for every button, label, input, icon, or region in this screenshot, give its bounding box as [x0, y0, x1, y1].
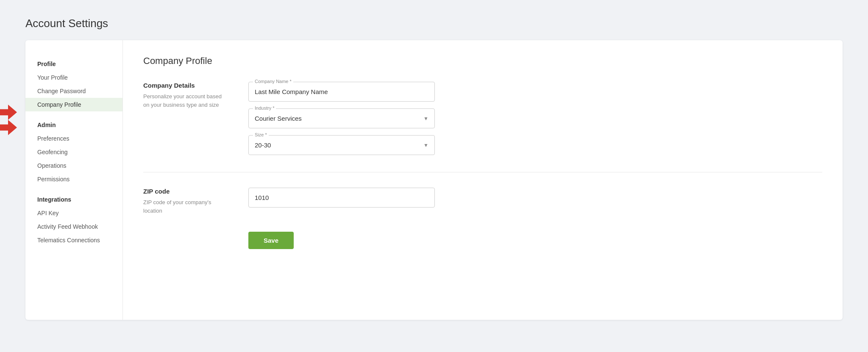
company-name-label: Company Name * [253, 79, 293, 84]
sidebar-item-operations[interactable]: Operations [25, 159, 122, 172]
size-field-group: Size * 1-10 11-20 20-30 30-50 50+ ▼ [248, 135, 435, 155]
industry-select[interactable]: Courier Services Logistics Retail Other [249, 109, 434, 128]
sidebar-item-activity-feed-webhook[interactable]: Activity Feed Webhook [25, 220, 122, 233]
zip-code-section: ZIP code ZIP code of your company's loca… [143, 188, 822, 215]
zip-code-fields [248, 188, 435, 215]
company-details-section: Company Details Personalize your account… [143, 82, 822, 155]
content-area: Company Profile Company Details Personal… [123, 40, 843, 320]
save-button-container: Save [248, 232, 822, 249]
sidebar-item-company-profile[interactable]: Company Profile [25, 98, 122, 111]
main-card: Profile Your Profile Change Password Com… [25, 40, 843, 320]
zip-field-group [248, 188, 435, 208]
industry-label: Industry * [253, 105, 276, 111]
save-button[interactable]: Save [248, 232, 294, 249]
zip-code-label: ZIP code [143, 188, 228, 195]
sidebar-section-admin: Admin [25, 118, 122, 132]
company-details-fields: Company Name * Industry * Courier Servic… [248, 82, 435, 155]
size-label: Size * [253, 132, 269, 137]
sidebar-section-integrations: Integrations [25, 193, 122, 206]
sidebar-section-profile: Profile [25, 57, 122, 71]
page-title: Account Settings [25, 17, 843, 30]
company-details-label: Company Details [143, 82, 228, 89]
section-divider [143, 172, 822, 172]
sidebar-item-your-profile[interactable]: Your Profile [25, 71, 122, 84]
sidebar: Profile Your Profile Change Password Com… [25, 40, 123, 320]
zip-code-desc: ZIP code of your company's location [143, 198, 228, 215]
sidebar-item-api-key[interactable]: API Key [25, 206, 122, 220]
sidebar-item-telematics-connections[interactable]: Telematics Connections [25, 233, 122, 247]
zip-code-label-block: ZIP code ZIP code of your company's loca… [143, 188, 228, 215]
content-title: Company Profile [143, 55, 822, 67]
size-select[interactable]: 1-10 11-20 20-30 30-50 50+ [249, 136, 434, 155]
company-details-desc: Personalize your account based on your b… [143, 92, 228, 109]
company-name-input[interactable] [249, 82, 434, 101]
sidebar-item-geofencing[interactable]: Geofencing [25, 145, 122, 159]
sidebar-item-change-password[interactable]: Change Password [25, 84, 122, 98]
sidebar-item-permissions[interactable]: Permissions [25, 172, 122, 186]
sidebar-item-preferences[interactable]: Preferences [25, 132, 122, 145]
zip-input[interactable] [249, 188, 434, 207]
company-details-label-block: Company Details Personalize your account… [143, 82, 228, 155]
industry-field-group: Industry * Courier Services Logistics Re… [248, 108, 435, 128]
company-name-field-group: Company Name * [248, 82, 435, 102]
